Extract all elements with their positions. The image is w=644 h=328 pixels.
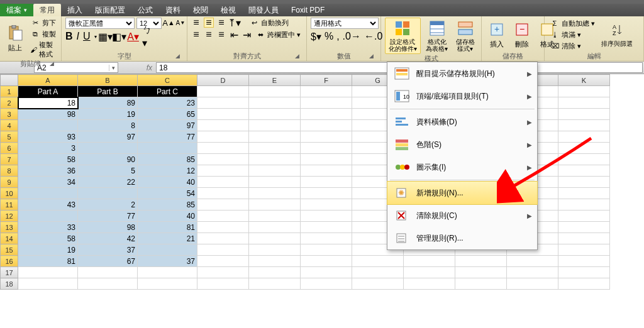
cell[interactable] [197, 177, 249, 188]
row-header[interactable]: 3 [1, 109, 18, 120]
cell[interactable] [352, 256, 404, 267]
cell[interactable] [18, 267, 78, 278]
tab-developer[interactable]: 開發人員 [242, 4, 285, 16]
tab-view[interactable]: 檢視 [214, 4, 242, 16]
tab-foxit-pdf[interactable]: Foxit PDF [285, 4, 331, 16]
row-header[interactable]: 1 [1, 86, 18, 97]
cell[interactable] [197, 244, 249, 256]
percent-icon[interactable]: % [325, 31, 333, 43]
row-header[interactable]: 13 [1, 222, 18, 233]
cell[interactable]: 8 [78, 120, 138, 131]
menu-color-scales[interactable]: 色階(S)▶ [387, 133, 537, 156]
cell-styles-button[interactable]: 儲存格樣式▾ [453, 18, 477, 53]
cell[interactable] [301, 177, 352, 188]
row-header[interactable]: 17 [1, 267, 18, 278]
cell[interactable]: 81 [138, 222, 197, 233]
cell[interactable] [138, 244, 197, 256]
indent-dec-icon[interactable]: ⇤ [229, 30, 239, 40]
indent-inc-icon[interactable]: ⇥ [242, 30, 252, 40]
cell[interactable]: 54 [138, 188, 197, 199]
menu-new-rule[interactable]: ✺新增規則(N)... [387, 181, 538, 205]
align-right-icon[interactable]: ≡ [216, 30, 226, 40]
cell[interactable] [249, 177, 301, 188]
cell[interactable] [301, 86, 352, 97]
cell[interactable] [301, 256, 352, 267]
tab-page-layout[interactable]: 版面配置 [89, 4, 131, 16]
column-header[interactable]: A [18, 75, 78, 86]
cell[interactable] [558, 222, 610, 233]
cell[interactable] [455, 256, 507, 267]
cell[interactable] [558, 210, 610, 222]
tab-formulas[interactable]: 公式 [131, 4, 159, 16]
cell[interactable]: 21 [138, 233, 197, 244]
align-left-icon[interactable]: ≡ [191, 30, 201, 40]
cell[interactable] [249, 222, 301, 233]
menu-top-bottom-rules[interactable]: 10頂端/底端項目規則(T)▶ [387, 85, 537, 107]
cell[interactable]: 93 [18, 131, 78, 143]
cell[interactable]: 5 [78, 165, 138, 177]
row-header[interactable]: 14 [1, 233, 18, 244]
cell[interactable] [249, 97, 301, 109]
cell[interactable] [301, 210, 352, 222]
worksheet-grid[interactable]: ABCDEFGHIJK1Part APart BPart C2188923398… [0, 74, 644, 290]
name-box-dropdown-icon[interactable]: ▾ [109, 65, 118, 71]
cell[interactable] [138, 143, 197, 154]
cell[interactable]: 89 [78, 97, 138, 109]
tab-review[interactable]: 校閱 [187, 4, 214, 16]
cell[interactable] [507, 267, 558, 278]
tab-data[interactable]: 資料 [159, 4, 187, 16]
table-header-cell[interactable]: Part B [78, 86, 138, 97]
cell[interactable]: 40 [138, 177, 197, 188]
cell[interactable]: 85 [138, 154, 197, 165]
cell[interactable] [197, 143, 249, 154]
cell[interactable] [197, 199, 249, 210]
cell[interactable] [558, 120, 610, 131]
cell[interactable]: 19 [18, 244, 78, 256]
cell[interactable]: 22 [78, 177, 138, 188]
cell[interactable] [352, 278, 404, 290]
menu-manage-rules[interactable]: 管理規則(R)... [387, 227, 537, 249]
cell[interactable] [301, 131, 352, 143]
column-header[interactable]: F [301, 75, 352, 86]
cell[interactable]: 85 [138, 199, 197, 210]
cell[interactable] [249, 188, 301, 199]
cell[interactable] [197, 222, 249, 233]
cell[interactable] [249, 165, 301, 177]
fill-button[interactable]: ⭳填滿▾ [548, 30, 596, 40]
cell[interactable] [558, 233, 610, 244]
align-middle-icon[interactable]: ≡ [204, 18, 214, 28]
comma-icon[interactable]: , [336, 31, 339, 43]
cell[interactable]: 97 [138, 120, 197, 131]
cell[interactable]: 3 [18, 143, 78, 154]
table-header-cell[interactable]: Part C [138, 86, 197, 97]
row-header[interactable]: 6 [1, 143, 18, 154]
fill-color-icon[interactable]: ◧▾ [114, 31, 125, 41]
cut-button[interactable]: ✂剪下 [29, 18, 57, 28]
cell[interactable] [558, 244, 610, 256]
cell[interactable] [455, 278, 507, 290]
menu-highlight-rules[interactable]: 醒目提示儲存格規則(H)▶ [387, 62, 537, 85]
cell[interactable]: 58 [18, 233, 78, 244]
dialog-launcher-icon[interactable]: ◢ [369, 53, 377, 60]
column-header[interactable]: D [197, 75, 249, 86]
delete-cells-button[interactable]: −刪除 [511, 19, 533, 50]
cell[interactable] [249, 199, 301, 210]
menu-clear-rules[interactable]: 清除規則(C)▶ [387, 204, 537, 227]
cell[interactable] [507, 278, 558, 290]
cell[interactable]: 77 [78, 210, 138, 222]
shrink-font-icon[interactable]: A▼ [175, 18, 186, 28]
cell[interactable] [18, 120, 78, 131]
cell[interactable] [78, 188, 138, 199]
cell[interactable] [558, 177, 610, 188]
currency-icon[interactable]: $▾ [311, 31, 321, 43]
cell[interactable]: 81 [18, 256, 78, 267]
dialog-launcher-icon[interactable]: ◢ [50, 60, 57, 68]
cell[interactable] [558, 188, 610, 199]
cell[interactable] [558, 131, 610, 143]
cell[interactable] [301, 154, 352, 165]
cell[interactable] [507, 256, 558, 267]
bold-button[interactable]: B [65, 31, 73, 42]
cell[interactable] [197, 267, 249, 278]
cell[interactable] [197, 109, 249, 120]
row-header[interactable]: 10 [1, 188, 18, 199]
